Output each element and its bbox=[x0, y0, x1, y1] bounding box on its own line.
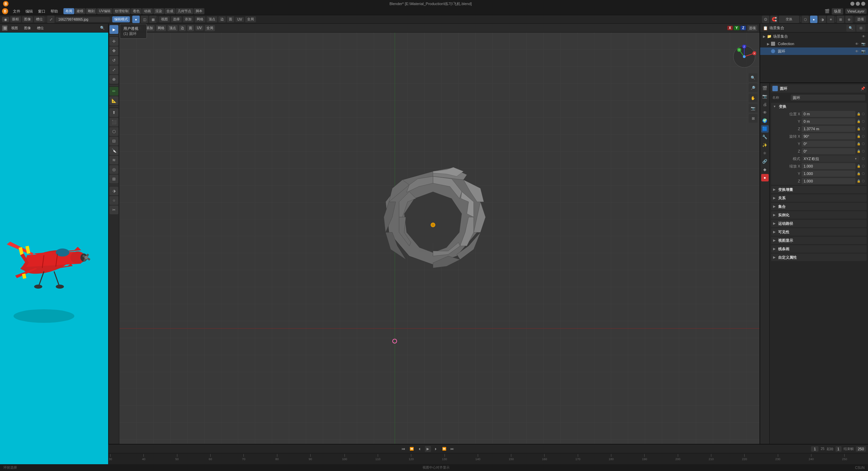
view-btn2[interactable]: 槽位 bbox=[34, 16, 45, 22]
select-menu[interactable]: 选择 bbox=[171, 16, 182, 22]
vp-mesh-menu[interactable]: 网格 bbox=[156, 25, 166, 31]
shading-solid[interactable]: ● bbox=[810, 16, 817, 23]
zoom-out-btn[interactable]: 🔎 bbox=[749, 83, 757, 92]
hand-tool-btn[interactable]: ✋ bbox=[749, 94, 757, 102]
proportional-edit[interactable]: ⊙ bbox=[762, 16, 769, 23]
shading-material[interactable]: ◑ bbox=[818, 16, 826, 23]
viewport-canvas[interactable]: X Y Z 🔍 🔎 ✋ 📷 ⊞ bbox=[119, 33, 760, 444]
jump-end-btn[interactable]: ⏭ bbox=[449, 446, 455, 452]
collection-render-icon[interactable]: 📷 bbox=[861, 42, 865, 46]
rot-z-value[interactable]: 0° bbox=[802, 148, 855, 154]
outliner-object[interactable]: 圆环 👁 📷 bbox=[760, 47, 868, 55]
tab-texture[interactable]: 纹理绘制 bbox=[113, 8, 131, 14]
edit-mode-btn[interactable]: 编辑模式 bbox=[112, 16, 130, 22]
inset-tool[interactable]: ⬛ bbox=[110, 118, 118, 126]
tab-uv[interactable]: UV编辑 bbox=[97, 8, 113, 14]
mode-indicator[interactable]: ▶ bbox=[110, 25, 118, 34]
edge-menu[interactable]: 边 bbox=[218, 16, 226, 22]
uv-menu[interactable]: UV bbox=[235, 17, 244, 22]
prop-tab-physics[interactable]: ⚛ bbox=[761, 150, 769, 157]
close-btn[interactable] bbox=[861, 2, 865, 6]
eye-icon[interactable]: 👁 bbox=[862, 35, 865, 38]
extrude-tool[interactable]: ⬆ bbox=[110, 108, 118, 117]
scale-z-lock[interactable]: 🔒 bbox=[857, 179, 861, 183]
rot-y-anim[interactable] bbox=[862, 142, 865, 145]
frame-ruler[interactable]: 1102030405060708090100110120130140150160… bbox=[0, 453, 868, 465]
select-mode-btn[interactable]: ◉ bbox=[2, 17, 9, 22]
bevel-tool[interactable]: ⬡ bbox=[110, 127, 118, 136]
scale-y-value[interactable]: 1.000 bbox=[802, 171, 855, 177]
vp-vertex-menu[interactable]: 顶点 bbox=[167, 25, 178, 31]
next-keyframe-btn[interactable]: ⏵ bbox=[433, 446, 439, 452]
select-options[interactable]: 选项 bbox=[855, 16, 866, 22]
outliner-search[interactable]: 🔍 bbox=[846, 25, 855, 32]
pos-x-anim[interactable] bbox=[862, 113, 865, 115]
prop-tab-material[interactable]: ● bbox=[761, 174, 769, 181]
prop-tab-world[interactable]: 🌍 bbox=[761, 117, 769, 124]
outliner-collection[interactable]: ▶ Collection 👁 📷 bbox=[760, 40, 868, 47]
gizmo-btn[interactable]: ⊕ bbox=[845, 16, 853, 23]
pos-z-value[interactable]: 1.3774 m bbox=[802, 126, 855, 132]
instancing-header[interactable]: ▶ 实例化 bbox=[771, 211, 867, 219]
rip-tool[interactable]: ✂ bbox=[110, 205, 118, 214]
vertex-menu[interactable]: 顶点 bbox=[206, 16, 217, 22]
prop-tab-scene[interactable]: 🎬 bbox=[761, 84, 769, 92]
pos-z-lock[interactable]: 🔒 bbox=[857, 127, 861, 131]
cursor-tool[interactable]: ✛ bbox=[110, 37, 118, 46]
shear-tool[interactable]: ⬗ bbox=[110, 187, 118, 195]
shading-rendered[interactable]: ☀ bbox=[827, 16, 834, 23]
scale-x-lock[interactable]: 🔒 bbox=[857, 164, 861, 168]
snapping-btn[interactable]: 🧲 bbox=[770, 16, 778, 23]
object-eye-icon[interactable]: 👁 bbox=[855, 50, 859, 53]
menu-edit[interactable]: 编辑 bbox=[23, 8, 35, 15]
next-frame-btn[interactable]: ⏩ bbox=[441, 446, 447, 452]
prev-frame-btn[interactable]: ⏪ bbox=[409, 446, 415, 452]
viewport-display-header[interactable]: ▶ 视图显示 bbox=[771, 237, 867, 244]
filename-field[interactable]: 1662799748865.jpg bbox=[56, 17, 110, 22]
frame-all-btn[interactable]: ⊞ bbox=[749, 114, 757, 123]
transform-header[interactable]: ▼ 变换 bbox=[771, 103, 867, 110]
annotate-tool[interactable]: ✏ bbox=[110, 87, 118, 96]
scale-y-lock[interactable]: 🔒 bbox=[857, 172, 861, 175]
view-menu[interactable]: 视图 bbox=[159, 16, 170, 22]
tab-layout[interactable]: 布局 bbox=[63, 8, 74, 14]
scene-name[interactable]: 场景 bbox=[832, 8, 843, 15]
scale-x-value[interactable]: 1.000 bbox=[802, 163, 855, 169]
minimize-btn[interactable] bbox=[850, 2, 854, 6]
transform-options[interactable]: 变换 bbox=[779, 16, 799, 23]
scale-x-anim[interactable] bbox=[862, 165, 865, 168]
camera-view-btn[interactable]: 📷 bbox=[749, 104, 757, 113]
tab-animation[interactable]: 动画 bbox=[142, 8, 153, 14]
menu-file[interactable]: 文件 bbox=[11, 8, 23, 15]
scale-z-value[interactable]: 1.000 bbox=[802, 178, 855, 184]
prop-tab-render[interactable]: 📷 bbox=[761, 93, 769, 100]
scene-btn[interactable]: 图像 bbox=[22, 16, 33, 22]
vp-uv-menu[interactable]: UV bbox=[195, 25, 203, 31]
tab-geometry-nodes[interactable]: 几何节点 bbox=[176, 8, 193, 14]
vertex-mode[interactable]: ● bbox=[132, 16, 140, 23]
vp-edge-menu[interactable]: 边 bbox=[179, 25, 186, 31]
pos-z-anim[interactable] bbox=[862, 127, 865, 130]
overlay-btn[interactable]: ⊞ bbox=[837, 16, 844, 23]
edge-mode[interactable]: ◫ bbox=[141, 16, 148, 23]
loop-cut-tool[interactable]: ⊟ bbox=[110, 137, 118, 145]
face-menu[interactable]: 面 bbox=[227, 16, 234, 22]
rot-x-lock[interactable]: 🔒 bbox=[857, 135, 861, 138]
face-mode[interactable]: ▦ bbox=[149, 16, 157, 23]
vp-global-menu[interactable]: 全局 bbox=[205, 25, 215, 31]
rot-mode-anim[interactable] bbox=[862, 157, 865, 160]
rot-x-anim[interactable] bbox=[862, 135, 865, 138]
relations-header[interactable]: ▶ 关系 bbox=[771, 194, 867, 202]
menu-help[interactable]: 帮助 bbox=[48, 8, 60, 15]
pos-y-anim[interactable] bbox=[862, 120, 865, 123]
pos-x-value[interactable]: 0 m bbox=[802, 111, 855, 117]
viewlayer-name[interactable]: ViewLayer bbox=[845, 8, 867, 14]
prop-tab-data[interactable]: ◆ bbox=[761, 166, 769, 173]
tab-compositing[interactable]: 合成 bbox=[164, 8, 175, 14]
collection-eye-icon[interactable]: 👁 bbox=[855, 42, 859, 46]
rotate-tool[interactable]: ↺ bbox=[110, 56, 118, 65]
current-frame-display[interactable]: 1 bbox=[811, 446, 818, 452]
img-view-btn[interactable]: 视图 bbox=[9, 25, 20, 31]
pos-y-lock[interactable]: 🔒 bbox=[857, 120, 861, 123]
maximize-btn[interactable] bbox=[856, 2, 860, 6]
